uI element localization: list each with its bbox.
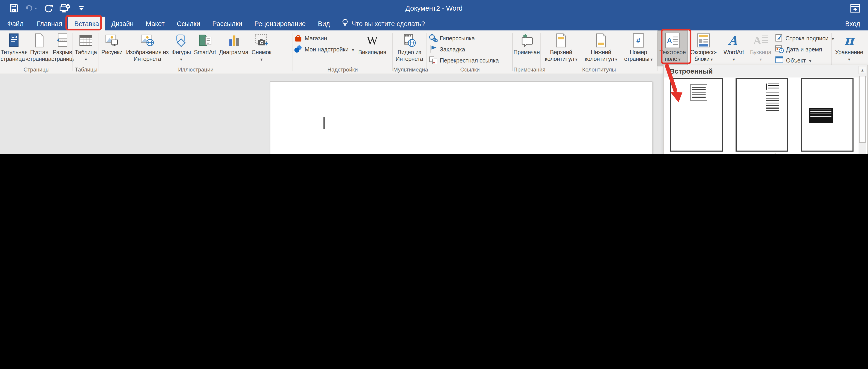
group-label-comments: Примечания — [514, 66, 540, 74]
wikipedia-button[interactable]: W Википедия — [355, 31, 389, 66]
tab-design[interactable]: Дизайн — [105, 16, 140, 30]
sign-in-link[interactable]: Вход — [845, 16, 860, 30]
screenshot-button[interactable]: Снимок — [249, 31, 274, 66]
online-video-button[interactable]: Видео из Интернета — [393, 31, 425, 66]
shapes-button[interactable]: Фигуры — [170, 31, 191, 66]
chevron-down-icon — [720, 55, 747, 63]
chevron-down-icon — [833, 55, 866, 63]
date-time-button[interactable]: Дата и время — [774, 44, 832, 55]
chart-button[interactable]: Диаграмма — [218, 31, 249, 66]
tab-file[interactable]: Файл — [0, 16, 31, 30]
equation-icon: π — [844, 34, 854, 47]
tab-view[interactable]: Вид — [312, 16, 336, 30]
chevron-down-icon — [249, 55, 274, 63]
group-comments: Примечание Примечания — [513, 30, 540, 74]
wikipedia-icon: W — [367, 35, 378, 46]
group-label-illustrations: Иллюстрации — [100, 66, 292, 74]
tab-review[interactable]: Рецензирование — [248, 16, 312, 30]
cross-reference-icon — [429, 56, 438, 65]
my-addins-button[interactable]: Мои надстройки — [293, 44, 355, 55]
page-break-icon — [56, 32, 69, 49]
group-media: Видео из Интернета Мультимедиа — [393, 30, 427, 74]
page-number-button[interactable]: # Номер страницы — [621, 31, 656, 66]
pictures-button[interactable]: Рисунки — [100, 31, 124, 66]
quick-parts-button[interactable]: Экспресс-блоки — [687, 31, 720, 66]
document-page[interactable] — [270, 81, 652, 154]
template-preview — [801, 78, 854, 152]
wordart-button[interactable]: A WordArt — [720, 31, 747, 66]
dropcap-button[interactable]: A Буквица — [747, 31, 774, 66]
screenshot-icon — [254, 32, 269, 49]
tab-layout[interactable]: Макет — [140, 16, 170, 30]
scrollbar-thumb[interactable] — [859, 76, 866, 143]
chevron-down-icon — [25, 55, 27, 62]
dropcap-icon: A — [753, 32, 768, 49]
group-label-links: Ссылки — [428, 66, 513, 74]
annotation-box-textbox-button — [661, 29, 691, 64]
title-bar: Документ2 - Word — [0, 0, 868, 16]
text-cursor — [323, 118, 325, 129]
chevron-down-icon — [649, 55, 652, 62]
group-links: Гиперссылка Закладка Перекрестная ссылка — [427, 30, 513, 74]
object-button[interactable]: Объект — [774, 55, 832, 66]
wordart-icon: A — [728, 34, 739, 47]
cross-reference-button[interactable]: Перекрестная ссылка — [428, 55, 500, 66]
table-button[interactable]: Таблица — [73, 31, 98, 66]
comment-icon — [520, 32, 534, 49]
chevron-down-icon — [614, 55, 617, 62]
group-label-addins: Надстройки — [293, 66, 392, 74]
group-header-footer: Верхний колонтитул Нижний колонтитул # Н… — [540, 30, 657, 74]
store-icon — [294, 33, 302, 43]
group-illustrations: Рисунки Изображения из Интернета Фигуры — [99, 30, 292, 74]
my-addins-icon — [294, 44, 302, 54]
cover-page-icon — [7, 32, 21, 49]
chevron-down-icon — [170, 55, 191, 63]
quick-parts-icon — [696, 32, 711, 49]
group-tables: Таблица Таблицы — [73, 30, 99, 74]
group-label-tables: Таблицы — [73, 66, 98, 74]
chevron-down-icon — [709, 55, 713, 62]
hyperlink-icon — [429, 33, 438, 43]
template-viewmaster-sidebar[interactable]: ViewMaster — боков... — [736, 78, 788, 154]
date-time-icon — [775, 44, 784, 54]
gallery-scrollbar[interactable]: ▲ ▼ — [859, 66, 866, 154]
page-number-icon: # — [633, 32, 644, 49]
header-button[interactable]: Верхний колонтитул — [541, 31, 581, 66]
blank-page-button[interactable]: Пустая страница — [27, 31, 52, 66]
online-pictures-button[interactable]: Изображения из Интернета — [124, 31, 171, 66]
hyperlink-button[interactable]: Гиперссылка — [428, 33, 500, 44]
textbox-gallery-dropdown: Встроенный Простая надпись ViewMaster — … — [663, 65, 868, 154]
pictures-icon — [105, 32, 119, 49]
tab-references[interactable]: Ссылки — [171, 16, 206, 30]
lightbulb-icon — [342, 19, 348, 28]
annotation-box-insert-tab — [65, 15, 102, 30]
chevron-down-icon — [574, 55, 578, 62]
template-preview — [736, 78, 788, 152]
tell-me-box[interactable]: Что вы хотите сделать? — [336, 16, 431, 30]
object-icon — [775, 56, 784, 65]
header-icon — [555, 32, 567, 49]
smartart-button[interactable]: SmartArt — [191, 31, 218, 66]
word-window: Документ2 - Word Файл Главная Вставка Ди… — [0, 0, 868, 154]
cover-page-button[interactable]: Титульная страница — [0, 31, 27, 66]
chevron-down-icon — [73, 55, 98, 63]
page-break-button[interactable]: Разрыв страницы — [51, 31, 73, 66]
signature-line-button[interactable]: Строка подписи — [774, 33, 832, 44]
group-pages: Титульная страница Пустая страница Разры… — [0, 30, 73, 74]
bookmark-button[interactable]: Закладка — [428, 44, 500, 55]
table-icon — [79, 32, 93, 49]
window-title: Документ2 - Word — [0, 4, 868, 12]
footer-button[interactable]: Нижний колонтитул — [581, 31, 621, 66]
scroll-up-icon[interactable]: ▲ — [859, 66, 866, 74]
group-label-pages: Страницы — [0, 66, 72, 74]
tab-home[interactable]: Главная — [31, 16, 68, 30]
comment-button[interactable]: Примечание — [514, 31, 540, 66]
tab-mailings[interactable]: Рассылки — [206, 16, 248, 30]
equation-button[interactable]: π Уравнение — [833, 31, 866, 66]
chevron-down-icon — [351, 46, 354, 53]
template-viewmaster-quote[interactable]: ViewMaster — цитата... — [801, 78, 854, 154]
chevron-down-icon — [808, 57, 811, 64]
ribbon-display-options-icon[interactable] — [850, 4, 860, 13]
ribbon-tab-row: Файл Главная Вставка Дизайн Макет Ссылки… — [0, 16, 868, 30]
store-button[interactable]: Магазин — [293, 33, 355, 44]
